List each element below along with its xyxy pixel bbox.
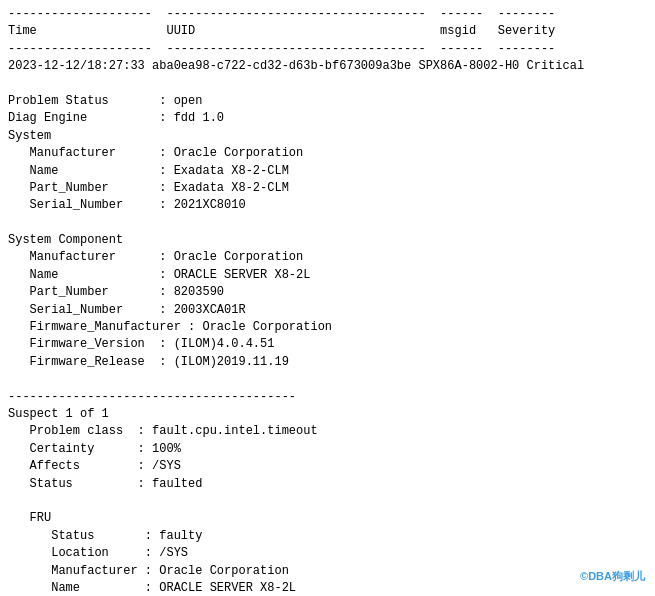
watermark: ©DBA狗剩儿 <box>580 569 645 584</box>
main-container: -------------------- -------------------… <box>0 0 655 596</box>
log-content: -------------------- -------------------… <box>8 6 647 596</box>
